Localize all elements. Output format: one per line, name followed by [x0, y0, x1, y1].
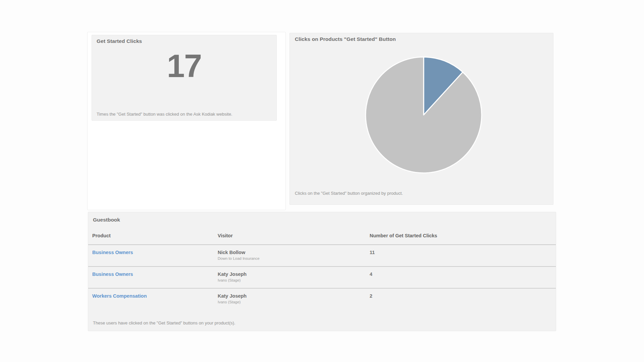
- visitor-organization: Down to Load Insurance: [218, 256, 370, 260]
- pie-card-caption: Clicks on the "Get Started" button organ…: [295, 191, 403, 196]
- pie-chart-svg: [361, 53, 486, 177]
- stat-card-value: 17: [92, 50, 276, 82]
- clicks-count: 2: [370, 293, 372, 299]
- table-row: Workers Compensation Katy Joseph Ivans (…: [88, 289, 556, 310]
- table-row: Business Owners Katy Joseph Ivans (Stage…: [88, 267, 556, 289]
- visitor-name: Nick Bollow: [218, 249, 370, 255]
- pie-slice: [366, 57, 482, 173]
- column-header-product: Product: [92, 230, 218, 238]
- dashboard-page: Get Started Clicks 17 Times the "Get Sta…: [0, 0, 644, 362]
- pie-chart: [361, 53, 486, 177]
- stat-card-caption: Times the "Get Started" button was click…: [97, 112, 232, 117]
- stat-card-title: Get Started Clicks: [97, 38, 142, 44]
- guestbook-header-row: Product Visitor Number of Get Started Cl…: [88, 230, 556, 245]
- product-link[interactable]: Business Owners: [92, 272, 133, 277]
- column-header-visitor: Visitor: [218, 230, 370, 238]
- column-header-clicks: Number of Get Started Clicks: [370, 230, 556, 238]
- visitor-name: Katy Joseph: [218, 271, 370, 277]
- table-row: Business Owners Nick Bollow Down to Load…: [88, 245, 556, 267]
- guestbook-title: Guestbook: [93, 217, 120, 223]
- stat-widget-container: Get Started Clicks 17 Times the "Get Sta…: [87, 32, 286, 210]
- pie-card-title: Clicks on Products "Get Started" Button: [295, 36, 396, 42]
- guestbook-footer-note: These users have clicked on the "Get Sta…: [93, 320, 235, 325]
- clicks-count: 4: [370, 272, 372, 277]
- product-link[interactable]: Workers Compensation: [92, 293, 147, 299]
- visitor-organization: Ivans (Stage): [218, 300, 370, 304]
- guestbook-table: Product Visitor Number of Get Started Cl…: [88, 230, 556, 310]
- visitor-name: Katy Joseph: [218, 293, 370, 299]
- visitor-organization: Ivans (Stage): [218, 278, 370, 282]
- get-started-clicks-card: Get Started Clicks 17 Times the "Get Sta…: [92, 35, 277, 121]
- products-pie-card: Clicks on Products "Get Started" Button …: [289, 33, 553, 205]
- guestbook-panel: Guestbook Product Visitor Number of Get …: [88, 212, 556, 331]
- clicks-count: 11: [370, 250, 375, 255]
- product-link[interactable]: Business Owners: [92, 250, 133, 255]
